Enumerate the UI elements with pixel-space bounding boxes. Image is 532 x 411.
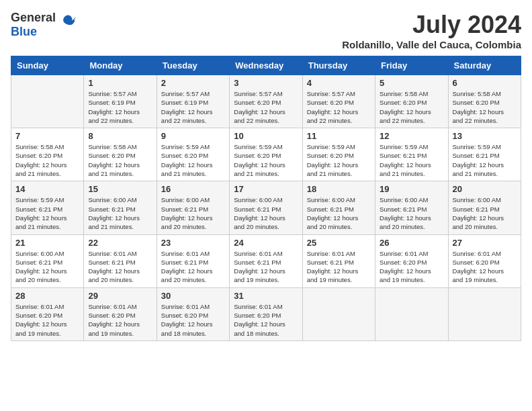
- day-number: 16: [161, 184, 225, 194]
- day-info: Sunrise: 6:00 AM Sunset: 6:21 PM Dayligh…: [453, 195, 517, 231]
- day-number: 26: [380, 238, 443, 248]
- day-info: Sunrise: 6:01 AM Sunset: 6:20 PM Dayligh…: [161, 302, 225, 338]
- day-number: 13: [453, 131, 517, 141]
- day-number: 18: [307, 184, 371, 194]
- column-header-friday: Friday: [375, 56, 448, 75]
- day-info: Sunrise: 6:01 AM Sunset: 6:21 PM Dayligh…: [161, 249, 225, 285]
- day-info: Sunrise: 6:01 AM Sunset: 6:20 PM Dayligh…: [234, 302, 298, 338]
- calendar-cell: 23Sunrise: 6:01 AM Sunset: 6:21 PM Dayli…: [157, 234, 229, 287]
- day-number: 15: [88, 184, 152, 194]
- day-number: 8: [88, 131, 152, 141]
- logo-bird-icon: [57, 13, 76, 32]
- day-number: 30: [161, 291, 225, 301]
- day-info: Sunrise: 6:00 AM Sunset: 6:21 PM Dayligh…: [88, 195, 152, 231]
- calendar-cell: 6Sunrise: 5:58 AM Sunset: 6:20 PM Daylig…: [448, 75, 521, 128]
- day-number: 25: [307, 238, 371, 248]
- calendar-cell: 19Sunrise: 6:00 AM Sunset: 6:21 PM Dayli…: [375, 181, 448, 234]
- calendar-cell: 15Sunrise: 6:00 AM Sunset: 6:21 PM Dayli…: [84, 181, 157, 234]
- day-info: Sunrise: 5:59 AM Sunset: 6:21 PM Dayligh…: [453, 142, 517, 178]
- day-info: Sunrise: 6:00 AM Sunset: 6:21 PM Dayligh…: [234, 195, 298, 231]
- calendar-cell: [375, 287, 448, 340]
- column-header-saturday: Saturday: [448, 56, 521, 75]
- column-header-tuesday: Tuesday: [157, 56, 229, 75]
- day-info: Sunrise: 5:59 AM Sunset: 6:20 PM Dayligh…: [161, 142, 225, 178]
- day-number: 11: [307, 131, 371, 141]
- calendar-cell: 14Sunrise: 5:59 AM Sunset: 6:21 PM Dayli…: [11, 181, 84, 234]
- calendar-cell: 20Sunrise: 6:00 AM Sunset: 6:21 PM Dayli…: [448, 181, 521, 234]
- day-info: Sunrise: 5:57 AM Sunset: 6:20 PM Dayligh…: [234, 89, 298, 125]
- calendar-cell: 31Sunrise: 6:01 AM Sunset: 6:20 PM Dayli…: [230, 287, 302, 340]
- calendar-cell: 17Sunrise: 6:00 AM Sunset: 6:21 PM Dayli…: [230, 181, 302, 234]
- calendar-header-row: SundayMondayTuesdayWednesdayThursdayFrid…: [11, 56, 521, 75]
- logo-general: General: [11, 11, 56, 24]
- day-number: 29: [88, 291, 152, 301]
- calendar-cell: 13Sunrise: 5:59 AM Sunset: 6:21 PM Dayli…: [448, 128, 521, 181]
- calendar-cell: 9Sunrise: 5:59 AM Sunset: 6:20 PM Daylig…: [157, 128, 229, 181]
- day-number: 4: [307, 78, 371, 88]
- calendar-cell: [448, 287, 521, 340]
- day-info: Sunrise: 6:00 AM Sunset: 6:21 PM Dayligh…: [161, 195, 225, 231]
- day-number: 14: [15, 184, 79, 194]
- calendar-cell: 30Sunrise: 6:01 AM Sunset: 6:20 PM Dayli…: [157, 287, 229, 340]
- day-info: Sunrise: 5:57 AM Sunset: 6:19 PM Dayligh…: [161, 89, 225, 125]
- day-number: 20: [453, 184, 517, 194]
- day-info: Sunrise: 5:59 AM Sunset: 6:20 PM Dayligh…: [234, 142, 298, 178]
- day-number: 21: [15, 238, 79, 248]
- logo-text: General Blue: [11, 11, 56, 39]
- calendar-table: SundayMondayTuesdayWednesdayThursdayFrid…: [11, 56, 521, 341]
- day-number: 23: [161, 238, 225, 248]
- day-info: Sunrise: 5:58 AM Sunset: 6:20 PM Dayligh…: [15, 142, 79, 178]
- title-block: July 2024 Roldanillo, Valle del Cauca, C…: [342, 11, 521, 50]
- calendar-cell: 18Sunrise: 6:00 AM Sunset: 6:21 PM Dayli…: [302, 181, 375, 234]
- location-subtitle: Roldanillo, Valle del Cauca, Colombia: [342, 39, 521, 50]
- month-year-title: July 2024: [342, 11, 521, 39]
- day-info: Sunrise: 5:58 AM Sunset: 6:20 PM Dayligh…: [380, 89, 443, 125]
- calendar-cell: 1Sunrise: 5:57 AM Sunset: 6:19 PM Daylig…: [84, 75, 157, 128]
- day-number: 22: [88, 238, 152, 248]
- column-header-monday: Monday: [84, 56, 157, 75]
- day-number: 1: [88, 78, 152, 88]
- day-number: 7: [15, 131, 79, 141]
- calendar-cell: 28Sunrise: 6:01 AM Sunset: 6:20 PM Dayli…: [11, 287, 84, 340]
- calendar-cell: 2Sunrise: 5:57 AM Sunset: 6:19 PM Daylig…: [157, 75, 229, 128]
- calendar-cell: 26Sunrise: 6:01 AM Sunset: 6:20 PM Dayli…: [375, 234, 448, 287]
- day-info: Sunrise: 5:58 AM Sunset: 6:20 PM Dayligh…: [453, 89, 517, 125]
- day-info: Sunrise: 6:01 AM Sunset: 6:21 PM Dayligh…: [307, 249, 371, 285]
- day-info: Sunrise: 5:59 AM Sunset: 6:21 PM Dayligh…: [15, 195, 79, 231]
- day-number: 12: [380, 131, 443, 141]
- calendar-cell: 25Sunrise: 6:01 AM Sunset: 6:21 PM Dayli…: [302, 234, 375, 287]
- day-info: Sunrise: 6:01 AM Sunset: 6:20 PM Dayligh…: [15, 302, 79, 338]
- day-number: 6: [453, 78, 517, 88]
- calendar-cell: 21Sunrise: 6:00 AM Sunset: 6:21 PM Dayli…: [11, 234, 84, 287]
- day-number: 9: [161, 131, 225, 141]
- calendar-cell: 29Sunrise: 6:01 AM Sunset: 6:20 PM Dayli…: [84, 287, 157, 340]
- calendar-cell: 24Sunrise: 6:01 AM Sunset: 6:21 PM Dayli…: [230, 234, 302, 287]
- day-info: Sunrise: 6:01 AM Sunset: 6:21 PM Dayligh…: [88, 249, 152, 285]
- day-number: 5: [380, 78, 443, 88]
- calendar-cell: 27Sunrise: 6:01 AM Sunset: 6:20 PM Dayli…: [448, 234, 521, 287]
- calendar-week-row: 21Sunrise: 6:00 AM Sunset: 6:21 PM Dayli…: [11, 234, 521, 287]
- logo: General Blue: [11, 11, 76, 39]
- logo-blue: Blue: [11, 25, 37, 38]
- page-header: General Blue July 2024 Roldanillo, Valle…: [11, 11, 521, 50]
- day-number: 2: [161, 78, 225, 88]
- day-info: Sunrise: 5:57 AM Sunset: 6:19 PM Dayligh…: [88, 89, 152, 125]
- day-number: 19: [380, 184, 443, 194]
- calendar-week-row: 7Sunrise: 5:58 AM Sunset: 6:20 PM Daylig…: [11, 128, 521, 181]
- calendar-cell: 7Sunrise: 5:58 AM Sunset: 6:20 PM Daylig…: [11, 128, 84, 181]
- column-header-wednesday: Wednesday: [230, 56, 302, 75]
- calendar-week-row: 1Sunrise: 5:57 AM Sunset: 6:19 PM Daylig…: [11, 75, 521, 128]
- day-info: Sunrise: 5:58 AM Sunset: 6:20 PM Dayligh…: [88, 142, 152, 178]
- day-number: 24: [234, 238, 298, 248]
- day-info: Sunrise: 5:57 AM Sunset: 6:20 PM Dayligh…: [307, 89, 371, 125]
- column-header-sunday: Sunday: [11, 56, 84, 75]
- calendar-cell: 4Sunrise: 5:57 AM Sunset: 6:20 PM Daylig…: [302, 75, 375, 128]
- day-info: Sunrise: 6:00 AM Sunset: 6:21 PM Dayligh…: [307, 195, 371, 231]
- day-info: Sunrise: 5:59 AM Sunset: 6:20 PM Dayligh…: [307, 142, 371, 178]
- day-info: Sunrise: 5:59 AM Sunset: 6:21 PM Dayligh…: [380, 142, 443, 178]
- calendar-cell: 16Sunrise: 6:00 AM Sunset: 6:21 PM Dayli…: [157, 181, 229, 234]
- calendar-cell: 10Sunrise: 5:59 AM Sunset: 6:20 PM Dayli…: [230, 128, 302, 181]
- calendar-cell: 3Sunrise: 5:57 AM Sunset: 6:20 PM Daylig…: [230, 75, 302, 128]
- calendar-cell: 5Sunrise: 5:58 AM Sunset: 6:20 PM Daylig…: [375, 75, 448, 128]
- calendar-cell: 12Sunrise: 5:59 AM Sunset: 6:21 PM Dayli…: [375, 128, 448, 181]
